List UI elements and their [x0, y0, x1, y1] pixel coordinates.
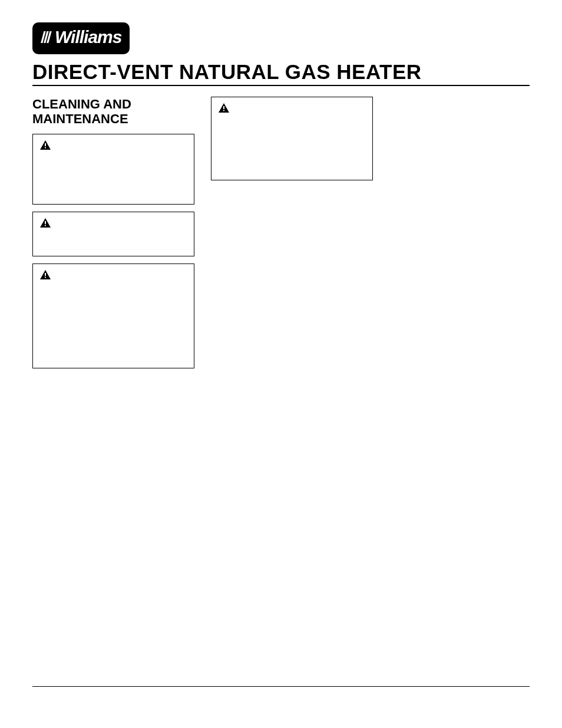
alert-triangle-icon [40, 270, 51, 279]
content-columns: CLEANING AND MAINTENANCE [32, 97, 530, 375]
svg-rect-10 [223, 110, 224, 111]
svg-rect-3 [45, 143, 46, 146]
column-2 [211, 97, 373, 375]
logo-stripes-icon [41, 28, 56, 48]
warning-box [211, 97, 373, 180]
alert-triangle-icon [40, 140, 51, 150]
svg-rect-4 [45, 147, 46, 148]
svg-rect-9 [223, 106, 224, 109]
warning-header [219, 103, 365, 113]
brand-logo: Williams [32, 22, 130, 54]
warning-box [32, 212, 194, 256]
alert-triangle-icon [40, 218, 51, 228]
svg-rect-6 [45, 225, 46, 226]
page-title: DIRECT-VENT NATURAL GAS HEATER [32, 60, 530, 86]
warning-header [40, 140, 187, 150]
alert-triangle-icon [219, 103, 229, 113]
warning-header [40, 218, 187, 228]
svg-rect-7 [45, 273, 46, 276]
svg-rect-8 [45, 276, 46, 278]
warning-header [40, 270, 187, 279]
svg-rect-5 [45, 221, 46, 224]
brand-name: Williams [55, 27, 121, 47]
section-heading: CLEANING AND MAINTENANCE [32, 97, 194, 127]
warning-box [32, 263, 194, 368]
footer-divider [32, 686, 530, 687]
warning-box [32, 134, 194, 205]
column-1: CLEANING AND MAINTENANCE [32, 97, 194, 375]
